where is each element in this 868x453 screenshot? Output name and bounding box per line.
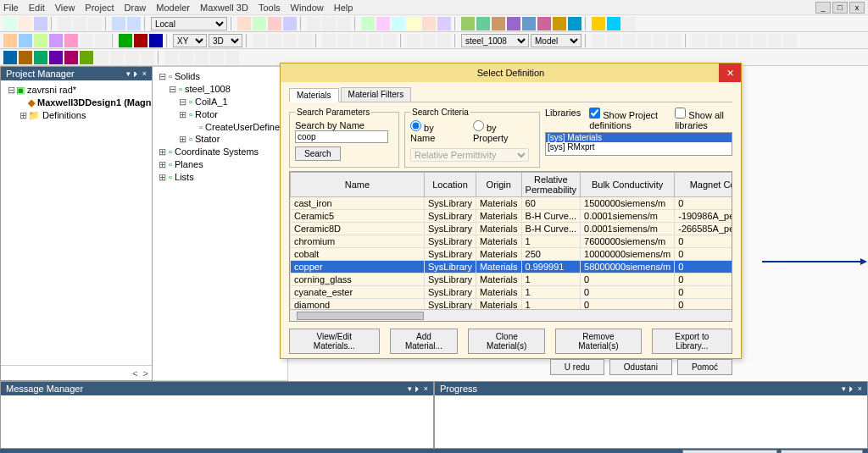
paste-icon[interactable] xyxy=(88,17,102,30)
tool-icon[interactable] xyxy=(522,17,536,30)
menu-window[interactable]: Window xyxy=(291,3,324,13)
tool-icon[interactable] xyxy=(80,34,93,47)
add-material-button[interactable]: Add Material... xyxy=(390,329,459,354)
tree-definitions[interactable]: ⊞📁 Definitions xyxy=(4,109,148,122)
dialog-close-button[interactable]: ✕ xyxy=(719,64,741,82)
tool-icon[interactable] xyxy=(592,34,605,47)
tool-icon[interactable] xyxy=(407,17,420,30)
tool-icon[interactable] xyxy=(298,34,312,47)
material-row[interactable]: corning_glassSysLibraryMaterials100 xyxy=(291,273,732,286)
pin-icon[interactable]: ▾ ⏵ × xyxy=(408,384,428,393)
model-tree-item[interactable]: ⊞ ▫ Stator xyxy=(156,133,284,146)
maximize-button[interactable]: □ xyxy=(832,2,848,14)
tool-icon[interactable] xyxy=(49,34,63,47)
tool-icon[interactable] xyxy=(422,34,436,47)
model-tree-item[interactable]: ⊟ ▫ Solids xyxy=(156,70,284,83)
tool-icon[interactable] xyxy=(49,51,63,64)
material-row[interactable]: chromiumSysLibraryMaterials17600000sieme… xyxy=(291,235,732,248)
tab-materials[interactable]: Materials xyxy=(289,88,339,102)
tool-icon[interactable] xyxy=(407,34,420,47)
remove-materials-button[interactable]: Remove Material(s) xyxy=(555,329,641,354)
tool-icon[interactable] xyxy=(622,34,636,47)
close-window-button[interactable]: x xyxy=(849,2,865,14)
tool-icon[interactable] xyxy=(95,51,108,64)
tool-icon[interactable] xyxy=(19,51,32,64)
tool-icon[interactable] xyxy=(34,34,47,47)
model-tree-item[interactable]: ⊟ ▫ CoilA_1 xyxy=(156,96,284,108)
tool-icon[interactable] xyxy=(180,51,193,64)
radio-by-property[interactable]: by Property xyxy=(473,120,534,143)
tool-icon[interactable] xyxy=(461,17,475,30)
tool-icon[interactable] xyxy=(622,17,636,30)
menu-maxwell3d[interactable]: Maxwell 3D xyxy=(200,3,248,13)
ok-button[interactable]: U redu xyxy=(550,359,604,375)
col-conductivity[interactable]: Bulk Conductivity xyxy=(581,173,675,197)
col-name[interactable]: Name xyxy=(291,173,425,197)
tool-icon[interactable] xyxy=(268,17,281,30)
col-location[interactable]: Location xyxy=(424,173,476,197)
menu-project[interactable]: Project xyxy=(85,3,114,13)
tool-icon[interactable] xyxy=(437,17,451,30)
tool-icon[interactable] xyxy=(553,17,566,30)
col-permeability[interactable]: Relative Permeability xyxy=(521,173,581,197)
model-tree-item[interactable]: ▫ CreateUserDefinedPa xyxy=(156,121,284,133)
cancel-button[interactable]: Odustani xyxy=(609,359,672,375)
tool-icon[interactable] xyxy=(668,34,682,47)
coord-system-select[interactable]: Local xyxy=(151,17,227,30)
tool-icon[interactable] xyxy=(64,51,78,64)
material-select[interactable]: steel_1008 xyxy=(461,34,529,47)
tool-icon[interactable] xyxy=(653,34,666,47)
tool-icon[interactable] xyxy=(225,51,239,64)
tool-icon[interactable] xyxy=(507,17,520,30)
chk-show-project[interactable]: Show Project definitions xyxy=(589,108,666,130)
tool-icon[interactable] xyxy=(237,17,251,30)
library-list[interactable]: [sys] Materials [sys] RMxprt xyxy=(545,132,732,156)
hide-progress-button[interactable]: ▣ Hide Progress xyxy=(781,450,863,454)
tool-icon[interactable] xyxy=(164,51,178,64)
tool-icon[interactable] xyxy=(392,17,405,30)
tool-icon[interactable] xyxy=(307,17,320,30)
tool-icon[interactable] xyxy=(368,34,381,47)
tool-icon[interactable] xyxy=(268,34,281,47)
chk-show-all[interactable]: Show all libraries xyxy=(675,108,732,130)
model-tree[interactable]: ⊟ ▫ Solids⊟ ▫ steel_1008⊟ ▫ CoilA_1⊞ ▫ R… xyxy=(153,66,288,381)
tool-icon[interactable] xyxy=(322,34,336,47)
material-row[interactable]: copperSysLibraryMaterials0.9999915800000… xyxy=(291,261,732,273)
save-icon[interactable] xyxy=(34,17,47,30)
project-tree[interactable]: ⊟▣ zavrsni rad* ◆ Maxwell3DDesign1 (Magn… xyxy=(1,80,152,365)
tool-icon[interactable] xyxy=(253,34,266,47)
view3d-select[interactable]: 3D xyxy=(209,34,242,47)
tool-icon[interactable] xyxy=(607,17,620,30)
material-row[interactable]: cyanate_esterSysLibraryMaterials100 xyxy=(291,286,732,299)
tool-icon[interactable] xyxy=(149,34,163,47)
cut-icon[interactable] xyxy=(58,17,71,30)
tool-icon[interactable] xyxy=(210,51,224,64)
material-row[interactable]: cast_ironSysLibraryMaterials601500000sie… xyxy=(291,197,732,210)
tool-icon[interactable] xyxy=(34,51,47,64)
material-row[interactable]: Ceramic5SysLibraryMaterialsB-H Curve...0… xyxy=(291,210,732,223)
open-icon[interactable] xyxy=(19,17,32,30)
tool-icon[interactable] xyxy=(3,34,17,47)
menu-file[interactable]: File xyxy=(3,3,19,13)
tool-icon[interactable] xyxy=(80,51,93,64)
tool-icon[interactable] xyxy=(476,17,490,30)
tool-icon[interactable] xyxy=(637,34,651,47)
tool-icon[interactable] xyxy=(783,34,797,47)
context-select[interactable]: Model xyxy=(531,34,581,47)
col-origin[interactable]: Origin xyxy=(476,173,521,197)
material-row[interactable]: cobaltSysLibraryMaterials25010000000siem… xyxy=(291,248,732,261)
tool-icon[interactable] xyxy=(537,17,551,30)
menu-modeler[interactable]: Modeler xyxy=(156,3,190,13)
minimize-button[interactable]: _ xyxy=(815,2,831,14)
tool-icon[interactable] xyxy=(361,17,375,30)
tool-icon[interactable] xyxy=(283,34,297,47)
new-icon[interactable] xyxy=(3,17,17,30)
tool-icon[interactable] xyxy=(492,17,505,30)
hide-messages-button[interactable]: ▣ Hide 0 Messages xyxy=(682,450,777,454)
clone-materials-button[interactable]: Clone Material(s) xyxy=(468,329,545,354)
pin-icon[interactable]: ▾ ⏵ × xyxy=(126,69,147,78)
tool-icon[interactable] xyxy=(422,17,436,30)
tool-icon[interactable] xyxy=(768,34,782,47)
search-name-input[interactable] xyxy=(295,130,388,143)
copy-icon[interactable] xyxy=(73,17,86,30)
